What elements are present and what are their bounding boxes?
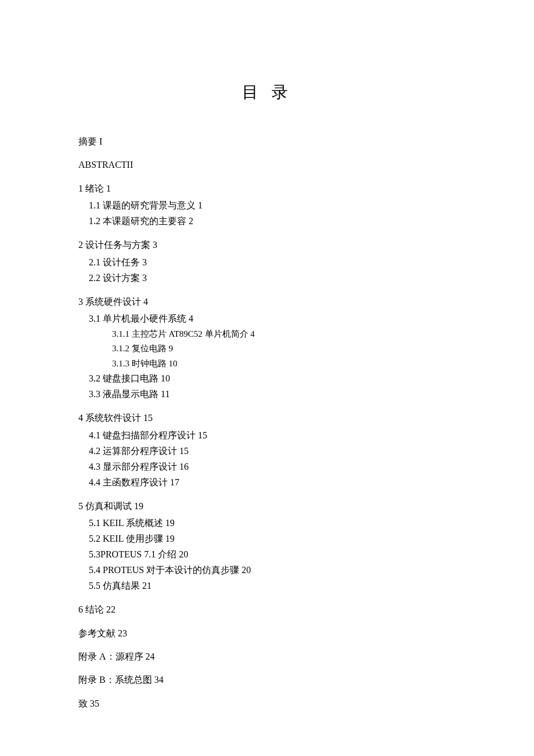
toc-entry-ch2-1: 2.1 设计任务 3 <box>89 255 456 269</box>
toc-entry-ch1-1: 1.1 课题的研究背景与意义 1 <box>89 199 456 213</box>
toc-entry-ch3: 3 系统硬件设计 4 <box>78 296 456 308</box>
toc-entry-ch4: 4 系统软件设计 15 <box>78 412 456 424</box>
toc-entry-ch3-1-2: 3.1.2 复位电路 9 <box>112 342 456 355</box>
toc-entry-appendix-a: 附录 A：源程序 24 <box>78 650 456 663</box>
toc-entry-ch3-2: 3.2 键盘接口电路 10 <box>89 372 456 386</box>
toc-entry-abstract-cn: 摘要 I <box>78 135 456 148</box>
toc-entry-appendix-b: 附录 B：系统总图 34 <box>78 674 456 686</box>
toc-entry-ch5-4: 5.4 PROTEUS 对于本设计的仿真步骤 20 <box>89 563 456 577</box>
toc-entry-ch3-1-3: 3.1.3 时钟电路 10 <box>112 357 456 370</box>
toc-entry-ch3-3: 3.3 液晶显示电路 11 <box>89 387 456 401</box>
toc-entry-references: 参考文献 23 <box>78 627 456 640</box>
toc-container: 摘要 I ABSTRACTII 1 绪论 1 1.1 课题的研究背景与意义 1 … <box>78 135 456 710</box>
toc-entry-ch5-2: 5.2 KEIL 使用步骤 19 <box>89 532 456 546</box>
toc-entry-ch3-1: 3.1 单片机最小硬件系统 4 <box>89 312 456 326</box>
toc-entry-ch5: 5 仿真和调试 19 <box>78 500 456 513</box>
toc-entry-ch5-3: 5.3PROTEUS 7.1 介绍 20 <box>89 548 456 561</box>
toc-entry-acknowledgment: 致 35 <box>78 697 456 710</box>
toc-title: 目 录 <box>78 81 456 103</box>
toc-entry-ch5-5: 5.5 仿真结果 21 <box>89 579 456 593</box>
toc-entry-ch2: 2 设计任务与方案 3 <box>78 239 456 251</box>
toc-entry-ch6: 6 结论 22 <box>78 603 456 616</box>
toc-entry-ch1: 1 绪论 1 <box>78 182 456 195</box>
toc-entry-abstract-en: ABSTRACTII <box>78 159 456 171</box>
toc-entry-ch4-3: 4.3 显示部分程序设计 16 <box>89 460 456 474</box>
toc-entry-ch5-1: 5.1 KEIL 系统概述 19 <box>89 516 456 530</box>
toc-entry-ch4-2: 4.2 运算部分程序设计 15 <box>89 444 456 458</box>
toc-entry-ch4-4: 4.4 主函数程序设计 17 <box>89 476 456 489</box>
toc-entry-ch1-2: 1.2 本课题研究的主要容 2 <box>89 214 456 228</box>
toc-entry-ch3-1-1: 3.1.1 主控芯片 AT89C52 单片机简介 4 <box>112 327 456 341</box>
toc-entry-ch4-1: 4.1 键盘扫描部分程序设计 15 <box>89 429 456 442</box>
toc-entry-ch2-2: 2.2 设计方案 3 <box>89 271 456 285</box>
